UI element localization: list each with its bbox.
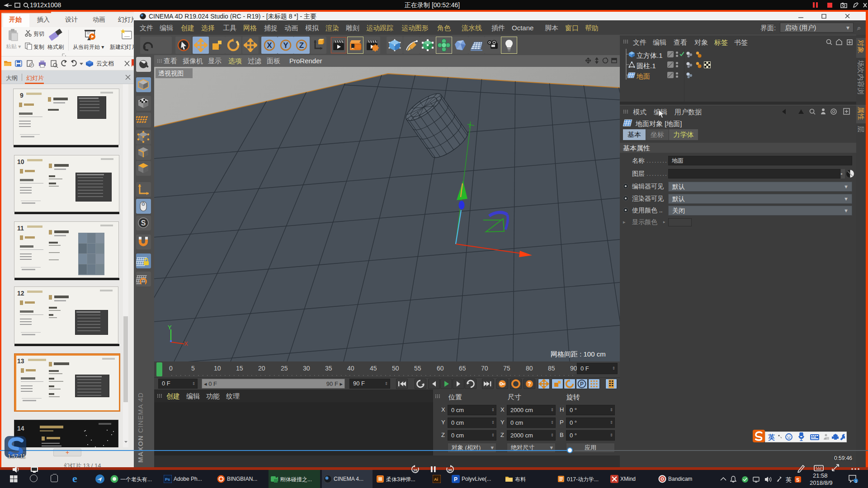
svg-text:P: P	[31, 64, 33, 67]
svg-text:Z: Z	[299, 41, 304, 50]
svg-text:X: X	[267, 41, 272, 50]
svg-text:Ps: Ps	[165, 477, 170, 482]
svg-text:X: X	[184, 340, 188, 347]
svg-text:P: P	[454, 476, 458, 483]
svg-text:Ai: Ai	[434, 477, 438, 482]
svg-text:S: S	[141, 219, 146, 227]
svg-text:Y: Y	[283, 41, 288, 50]
svg-text:1: 1	[855, 479, 857, 483]
svg-text:?: ?	[528, 381, 531, 387]
svg-text:P: P	[580, 381, 584, 387]
svg-text:英: 英	[786, 476, 792, 483]
svg-text:Y: Y	[168, 324, 172, 331]
svg-text:网格间距 : 100 cm: 网格间距 : 100 cm	[551, 350, 606, 358]
svg-text:S: S	[796, 477, 799, 483]
svg-text:透视视图: 透视视图	[158, 70, 184, 77]
